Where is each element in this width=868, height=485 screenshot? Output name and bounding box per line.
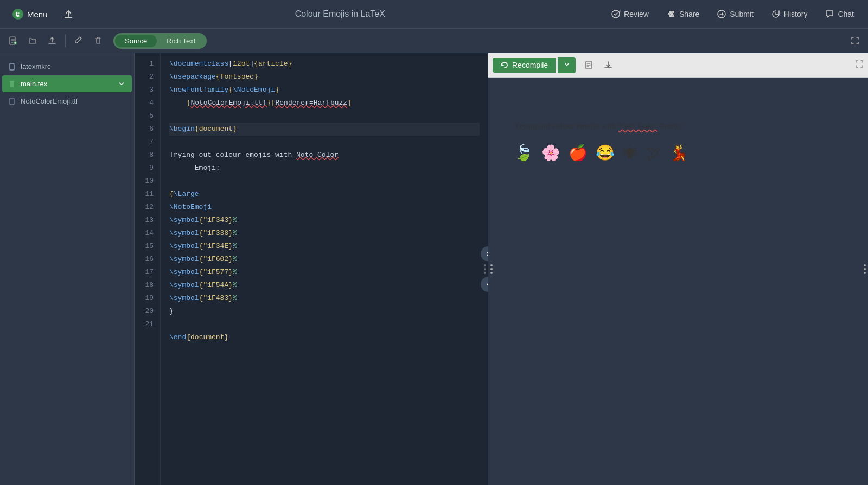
emoji-apple: 🍎 (569, 144, 590, 161)
code-line-21[interactable]: \end{document} (169, 331, 480, 344)
menu-button[interactable]: Menu (7, 5, 53, 23)
code-line-11[interactable]: \NotoEmoji (169, 201, 480, 214)
history-button[interactable]: History (763, 6, 815, 22)
review-icon: ab (611, 9, 621, 19)
rich-text-tab[interactable]: Rich Text (157, 35, 205, 47)
chat-button[interactable]: Chat (817, 6, 861, 22)
chat-label: Chat (838, 10, 854, 18)
line-numbers: 123456789101112131415161718192021 (135, 53, 161, 485)
fullscreen-icon[interactable] (846, 32, 864, 49)
sidebar-item-main-tex[interactable]: main.tex (2, 75, 132, 92)
editor-content[interactable]: 123456789101112131415161718192021 \docum… (135, 53, 488, 485)
ttf-file-icon (9, 98, 16, 105)
source-tab[interactable]: Source (115, 35, 157, 47)
code-line-16[interactable]: \symbol{"1F577}% (169, 266, 480, 279)
source-rich-text-tabs: Source Rich Text (113, 33, 207, 49)
preview-content: Trying out colour emojis with Noto Color… (488, 102, 868, 183)
menu-label: Menu (27, 10, 48, 19)
chevron-down-icon (564, 61, 570, 68)
preview-emojis: 🍃 🌸 🍎 😂 🕷 🕊 💃 (514, 140, 842, 166)
recompile-icon (500, 61, 509, 69)
emoji-leaf: 🍃 (514, 144, 535, 161)
sidebar-item-latexmkrc[interactable]: latexmkrc (2, 58, 132, 75)
code-editor[interactable]: \documentclass[12pt]{article}\usepackage… (161, 53, 488, 485)
code-line-18[interactable]: \symbol{"1F483}% (169, 292, 480, 305)
code-line-8[interactable]: Trying out colour emojis with Noto Color… (169, 149, 480, 175)
navbar-left: Menu (7, 5, 77, 23)
code-line-15[interactable]: \symbol{"1F602}% (169, 253, 480, 266)
emoji-spider: 🕷 (623, 144, 640, 161)
code-line-9[interactable] (169, 175, 480, 188)
code-line-19[interactable]: } (169, 305, 480, 318)
file-icon (9, 63, 16, 71)
code-line-10[interactable]: {\Large (169, 188, 480, 201)
code-line-20[interactable] (169, 318, 480, 331)
preview-text: Trying out colour emojis with (514, 122, 618, 130)
editor-toolbar: Source Rich Text (0, 29, 868, 53)
sidebar: latexmkrc main.tex NotoColorEmoji.ttf (0, 53, 135, 485)
edit-icon[interactable] (70, 32, 87, 49)
sidebar-item-noto-emoji[interactable]: NotoColorEmoji.ttf (2, 93, 132, 110)
preview-right-collapse[interactable] (863, 262, 867, 276)
code-line-6[interactable]: \begin{document} (169, 123, 480, 136)
code-line-17[interactable]: \symbol{"1F54A}% (169, 279, 480, 292)
submit-button[interactable]: Submit (709, 6, 761, 22)
toolbar-separator-1 (65, 34, 66, 47)
code-line-14[interactable]: \symbol{"1F34E}% (169, 240, 480, 253)
code-line-4[interactable]: {NotoColorEmoji.ttf}[Renderer=Harfbuzz] (169, 97, 480, 110)
preview-toolbar-icons (580, 56, 617, 74)
share-icon (666, 9, 676, 19)
preview-text-2: Emoji: (657, 122, 682, 130)
svg-point-0 (12, 9, 23, 20)
emoji-joy: 😂 (596, 144, 617, 161)
svg-text:ab: ab (618, 10, 621, 13)
upload-file-icon[interactable] (43, 32, 61, 49)
overleaf-logo-icon (12, 8, 24, 20)
preview-doc-icon[interactable] (580, 56, 597, 74)
history-label: History (784, 10, 808, 18)
submit-label: Submit (730, 10, 754, 18)
emoji-dove: 🕊 (646, 144, 663, 161)
submit-icon (717, 9, 726, 19)
review-button[interactable]: ab Review (603, 6, 656, 22)
navbar-right: ab Review Share (603, 6, 861, 22)
emoji-dancer: 💃 (669, 144, 691, 161)
recompile-label: Recompile (512, 61, 548, 69)
svg-rect-17 (10, 98, 14, 105)
upload-icon[interactable] (60, 5, 77, 23)
delete-icon[interactable] (90, 32, 107, 49)
code-line-3[interactable]: \newfontfamily{\NotoEmoji} (169, 84, 480, 97)
sidebar-item-noto-emoji-label: NotoColorEmoji.ttf (21, 97, 78, 105)
chat-icon (825, 9, 834, 19)
code-line-2[interactable]: \usepackage{fontspec} (169, 71, 480, 84)
sidebar-item-main-tex-label: main.tex (21, 80, 47, 88)
editor-area: 123456789101112131415161718192021 \docum… (135, 53, 488, 485)
sidebar-item-latexmkrc-label: latexmkrc (21, 62, 51, 71)
review-label: Review (624, 10, 649, 18)
preview-download-icon[interactable] (599, 56, 617, 74)
share-button[interactable]: Share (659, 6, 707, 22)
preview-left-collapse (489, 262, 494, 276)
preview-fullscreen-icon[interactable] (855, 60, 864, 71)
code-line-7[interactable] (169, 136, 480, 149)
main-layout: latexmkrc main.tex NotoColorEmoji.ttf (0, 53, 868, 485)
navbar: Menu Colour Emojis in LaTeX ab Review (0, 0, 868, 29)
code-line-5[interactable] (169, 110, 480, 123)
code-line-1[interactable]: \documentclass[12pt]{article} (169, 58, 480, 71)
code-line-13[interactable]: \symbol{"1F338}% (169, 227, 480, 240)
emoji-blossom: 🌸 (541, 144, 563, 161)
code-line-12[interactable]: \symbol{"1F343}% (169, 214, 480, 227)
history-icon (771, 9, 781, 19)
file-active-icon (9, 80, 16, 88)
open-file-icon[interactable] (24, 32, 41, 49)
svg-rect-15 (10, 63, 14, 70)
new-file-icon[interactable] (4, 32, 22, 49)
preview-panel: Recompile (488, 53, 868, 485)
share-label: Share (679, 10, 699, 18)
svg-rect-16 (10, 81, 14, 87)
preview-noto-squiggle: Noto Color (618, 122, 657, 130)
recompile-bar: Recompile (488, 53, 868, 78)
recompile-button[interactable]: Recompile (493, 58, 556, 73)
recompile-dropdown-button[interactable] (558, 57, 576, 73)
document-title: Colour Emojis in LaTeX (77, 9, 603, 19)
